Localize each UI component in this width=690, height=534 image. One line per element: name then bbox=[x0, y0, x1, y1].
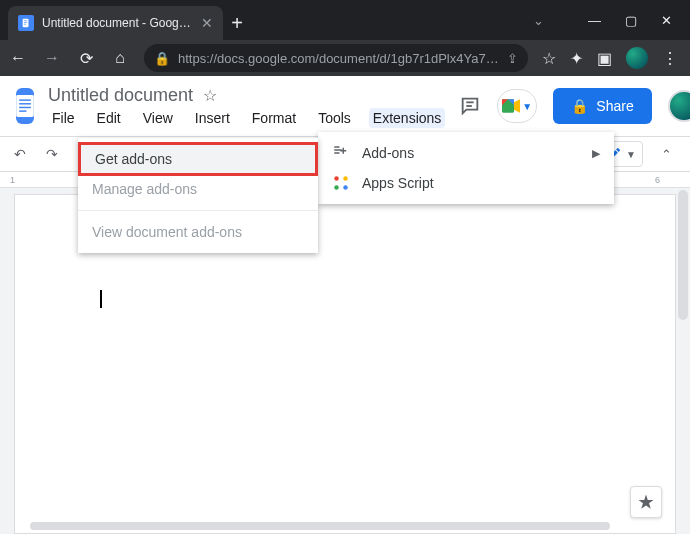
url-text: https://docs.google.com/document/d/1gb7r… bbox=[178, 51, 499, 66]
lock-icon: 🔒 bbox=[571, 98, 588, 114]
svg-rect-8 bbox=[19, 110, 26, 111]
meet-dropdown-icon: ▼ bbox=[522, 101, 532, 112]
browser-tab[interactable]: Untitled document - Google Doc ✕ bbox=[8, 6, 223, 40]
menu-extensions[interactable]: Extensions bbox=[369, 108, 445, 128]
svg-rect-5 bbox=[19, 99, 31, 100]
close-window-icon[interactable]: ✕ bbox=[661, 13, 672, 28]
tab-search-icon[interactable]: ⌄ bbox=[533, 13, 544, 28]
addons-icon bbox=[332, 144, 350, 162]
account-avatar[interactable] bbox=[668, 90, 690, 122]
ruler-tick: 1 bbox=[10, 175, 15, 185]
menu-get-addons[interactable]: Get add-ons bbox=[78, 142, 318, 176]
menu-view[interactable]: View bbox=[139, 108, 177, 128]
undo-icon[interactable]: ↶ bbox=[10, 144, 30, 164]
menu-view-document-addons[interactable]: View document add-ons bbox=[78, 217, 318, 247]
extensions-dropdown: Get add-ons Manage add-ons View document… bbox=[78, 138, 318, 253]
share-button[interactable]: 🔒 Share bbox=[553, 88, 651, 124]
reload-icon[interactable]: ⟳ bbox=[76, 49, 96, 68]
profile-avatar[interactable] bbox=[626, 47, 648, 69]
home-icon[interactable]: ⌂ bbox=[110, 49, 130, 67]
docs-logo[interactable] bbox=[16, 88, 34, 124]
chevron-down-icon: ▼ bbox=[626, 149, 636, 160]
document-title[interactable]: Untitled document bbox=[48, 85, 193, 106]
menu-bar: File Edit View Insert Format Tools Exten… bbox=[48, 108, 445, 128]
extensions-submenu: Add-ons ▶ Apps Script bbox=[318, 132, 614, 204]
submenu-addons[interactable]: Add-ons ▶ bbox=[318, 138, 614, 168]
menu-tools[interactable]: Tools bbox=[314, 108, 355, 128]
svg-rect-1 bbox=[24, 21, 27, 22]
chevron-right-icon: ▶ bbox=[592, 147, 600, 160]
meet-button[interactable]: ▼ bbox=[497, 89, 537, 123]
tab-title: Untitled document - Google Doc bbox=[42, 16, 193, 30]
redo-icon[interactable]: ↷ bbox=[42, 144, 62, 164]
ruler-tick: 6 bbox=[655, 175, 660, 185]
address-bar[interactable]: 🔒 https://docs.google.com/document/d/1gb… bbox=[144, 44, 528, 72]
close-tab-icon[interactable]: ✕ bbox=[201, 15, 213, 31]
svg-rect-2 bbox=[24, 22, 27, 23]
svg-point-23 bbox=[343, 185, 348, 190]
submenu-label: Apps Script bbox=[362, 175, 434, 191]
minimize-icon[interactable]: — bbox=[588, 13, 601, 28]
menu-separator bbox=[78, 210, 318, 211]
svg-rect-6 bbox=[19, 103, 31, 104]
horizontal-scrollbar[interactable] bbox=[30, 522, 610, 530]
menu-item-label: Manage add-ons bbox=[92, 181, 197, 197]
share-page-icon[interactable]: ⇪ bbox=[507, 51, 518, 66]
menu-format[interactable]: Format bbox=[248, 108, 300, 128]
svg-point-20 bbox=[334, 176, 339, 181]
svg-rect-7 bbox=[19, 107, 31, 108]
browser-toolbar: ← → ⟳ ⌂ 🔒 https://docs.google.com/docume… bbox=[0, 40, 690, 76]
star-icon[interactable]: ☆ bbox=[203, 86, 217, 105]
extensions-puzzle-icon[interactable]: ✦ bbox=[570, 49, 583, 68]
svg-rect-3 bbox=[24, 24, 26, 25]
menu-item-label: Get add-ons bbox=[95, 151, 172, 167]
apps-script-icon bbox=[332, 174, 350, 192]
scrollbar-thumb[interactable] bbox=[678, 190, 688, 320]
share-label: Share bbox=[596, 98, 633, 114]
docs-favicon bbox=[18, 15, 34, 31]
svg-marker-12 bbox=[514, 99, 520, 113]
chrome-menu-icon[interactable]: ⋮ bbox=[662, 49, 678, 68]
docs-header: Untitled document ☆ File Edit View Inser… bbox=[0, 76, 690, 136]
svg-rect-17 bbox=[334, 152, 339, 154]
svg-point-21 bbox=[343, 176, 348, 181]
svg-rect-4 bbox=[16, 95, 34, 117]
window-controls: ⌄ — ▢ ✕ bbox=[515, 0, 690, 40]
text-cursor bbox=[100, 290, 102, 308]
browser-titlebar: Untitled document - Google Doc ✕ + ⌄ — ▢… bbox=[0, 0, 690, 40]
comment-history-icon[interactable] bbox=[459, 95, 481, 117]
vertical-scrollbar[interactable] bbox=[676, 190, 690, 534]
menu-manage-addons[interactable]: Manage add-ons bbox=[78, 174, 318, 204]
maximize-icon[interactable]: ▢ bbox=[625, 13, 637, 28]
menu-edit[interactable]: Edit bbox=[93, 108, 125, 128]
side-panel-icon[interactable]: ▣ bbox=[597, 49, 612, 68]
collapse-toolbar-icon[interactable]: ⌃ bbox=[653, 147, 680, 162]
svg-rect-19 bbox=[340, 150, 346, 152]
menu-insert[interactable]: Insert bbox=[191, 108, 234, 128]
svg-point-22 bbox=[334, 185, 339, 190]
explore-button[interactable] bbox=[630, 486, 662, 518]
menu-file[interactable]: File bbox=[48, 108, 79, 128]
new-tab-button[interactable]: + bbox=[223, 6, 251, 40]
back-icon[interactable]: ← bbox=[8, 49, 28, 67]
lock-icon: 🔒 bbox=[154, 51, 170, 66]
submenu-label: Add-ons bbox=[362, 145, 414, 161]
svg-rect-0 bbox=[23, 19, 29, 27]
forward-icon: → bbox=[42, 49, 62, 67]
svg-rect-15 bbox=[334, 146, 339, 148]
bookmark-icon[interactable]: ☆ bbox=[542, 49, 556, 68]
submenu-apps-script[interactable]: Apps Script bbox=[318, 168, 614, 198]
menu-item-label: View document add-ons bbox=[92, 224, 242, 240]
